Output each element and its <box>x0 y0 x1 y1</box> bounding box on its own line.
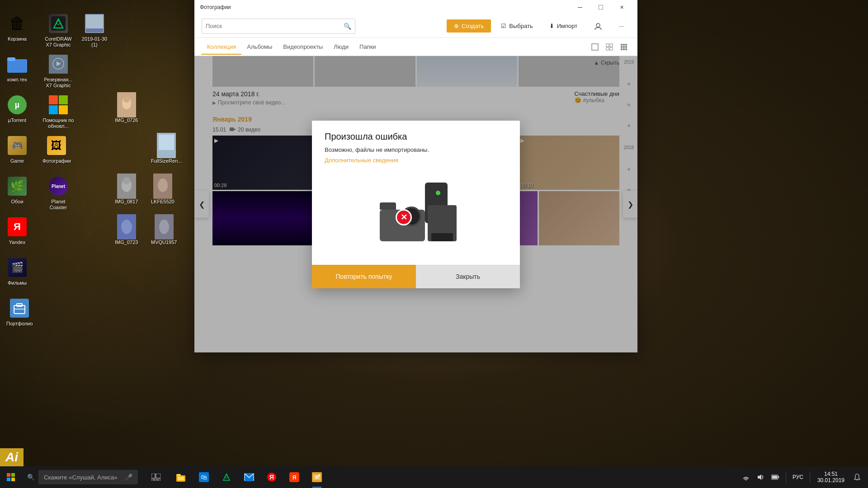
desktop-icon-portfolio[interactable]: Портфолио <box>5 294 35 330</box>
desktop-icon-rezerv[interactable]: Резервная... X7 Graphic <box>41 50 76 92</box>
view-grid-button[interactable] <box>603 41 616 53</box>
select-label: Выбрать <box>509 23 533 29</box>
portfolio-icon <box>9 297 30 319</box>
desktop-icon-planet[interactable]: Planet Planet Coaster <box>41 172 76 214</box>
svg-rect-60 <box>11 478 15 481</box>
svg-point-32 <box>121 220 132 234</box>
desktop-icon-img0726[interactable]: IMG_0726 <box>113 90 140 127</box>
svg-rect-46 <box>621 44 623 46</box>
desktop-icon-mvqu[interactable]: MVQU1957 <box>149 212 179 249</box>
desktop-icon-recycle[interactable]: 🗑 Корзина <box>5 9 30 46</box>
desktop-icon-yandex[interactable]: Я Yandex <box>5 212 30 249</box>
tray-separator <box>786 472 786 483</box>
volume-icon[interactable] <box>754 466 767 488</box>
taskbar-yandex-browser[interactable]: Я <box>261 466 283 488</box>
desktop-icon-photos-app[interactable]: 🖼 Фотографии <box>41 131 73 168</box>
view-large-grid-button[interactable] <box>618 41 630 53</box>
desktop-icon-img0817[interactable]: IMG_0817 <box>113 172 140 208</box>
close-dialog-button[interactable]: Закрыть <box>416 265 520 288</box>
language-indicator[interactable]: РУС <box>790 466 806 488</box>
taskbar-coreldraw[interactable] <box>216 466 237 488</box>
svg-point-34 <box>159 220 169 234</box>
desktop-icon-label: LKFE5520 <box>151 199 175 205</box>
search-icon: 🔍 <box>344 23 351 30</box>
svg-rect-16 <box>7 59 27 73</box>
taskbar-search-box[interactable]: Скажите «Слушай, Алиса» 🎤 <box>38 470 138 484</box>
error-x-badge: ✕ <box>396 209 412 225</box>
select-button[interactable]: ☑ Выбрать <box>495 20 539 32</box>
minimize-button[interactable] <box>570 0 590 14</box>
taskbar-mail[interactable] <box>238 466 260 488</box>
svg-rect-25 <box>159 135 174 150</box>
game-icon: 🎮 <box>6 135 28 156</box>
import-button[interactable]: ⬇ Импорт <box>543 20 584 32</box>
desktop-icon-label: Planet Coaster <box>42 199 74 211</box>
svg-rect-67 <box>176 474 181 476</box>
view-single-button[interactable] <box>589 41 601 53</box>
taskbar-yandex2[interactable]: Я <box>283 466 305 488</box>
retry-button[interactable]: Повторить попытку <box>312 265 416 288</box>
network-icon[interactable] <box>740 466 752 488</box>
camera-illustration: ✕ <box>371 178 461 250</box>
taskbar-search-area[interactable]: 🔍 Скажите «Слушай, Алиса» 🎤 <box>22 470 143 484</box>
create-label: Создать <box>462 23 484 29</box>
clock-time: 14:51 <box>824 471 838 477</box>
svg-point-84 <box>745 479 746 481</box>
desktop-icon-label: комп.тех <box>7 77 27 83</box>
desktop-icon-films[interactable]: 🎬 Фильмы <box>5 253 30 290</box>
desktop-icon-label: µTorrent <box>8 117 27 123</box>
battery-icon[interactable] <box>769 466 782 488</box>
desktop-icon-coreldraw[interactable]: CorelDRAW X7 Graphic <box>41 9 76 52</box>
taskbar: 🔍 Скажите «Слушай, Алиса» 🎤 <box>0 466 868 488</box>
desktop-icon-label: FullSizeRen... <box>151 158 182 164</box>
desktop-icon-img0723[interactable]: IMG_0723 <box>113 212 140 249</box>
nav-collection[interactable]: Коллекция <box>202 40 241 55</box>
start-button[interactable] <box>0 466 22 488</box>
img0817-icon <box>116 175 137 197</box>
taskbar-store[interactable]: 🛍 <box>193 466 215 488</box>
maximize-button[interactable] <box>590 0 611 14</box>
desktop-icon-2019[interactable]: 2019-01-30 (1) <box>77 9 112 52</box>
nav-people[interactable]: Люди <box>328 40 354 55</box>
photos-toolbar-actions: ⊕ Создать ☑ Выбрать ⬇ Импорт ·· <box>447 19 630 33</box>
svg-point-28 <box>123 177 130 184</box>
recycle-bin-icon: 🗑 <box>6 13 28 34</box>
nav-video-projects[interactable]: Видеопроекты <box>278 40 328 55</box>
error-details-link[interactable]: Дополнительные сведения <box>325 157 507 164</box>
taskbar-clock[interactable]: 14:51 30.01.2019 <box>814 471 848 483</box>
desktop-icon-game[interactable]: 🎮 Game <box>5 131 30 168</box>
photos-search-box[interactable]: 🔍 <box>202 19 355 34</box>
svg-point-40 <box>596 23 600 27</box>
more-options-button[interactable]: ··· <box>613 20 630 32</box>
error-buttons: Повторить попытку Закрыть <box>312 265 520 288</box>
taskbar-explorer[interactable] <box>170 466 192 488</box>
taskbar-right: РУС 14:51 30.01.2019 <box>740 466 868 488</box>
import-icon: ⬇ <box>549 23 554 29</box>
photos-window-title: Фотографии <box>200 4 570 10</box>
photos-window-controls: ✕ <box>570 0 632 14</box>
clock-date: 30.01.2019 <box>817 477 844 483</box>
svg-rect-42 <box>606 44 609 47</box>
desktop-icon-lkfe[interactable]: LKFE5520 <box>149 172 176 208</box>
taskbar-photos[interactable] <box>306 466 328 488</box>
svg-text:Я: Я <box>292 474 297 481</box>
planet-coaster-icon: Planet <box>47 175 69 197</box>
tray-separator2 <box>810 472 810 483</box>
desktop-icon-komptech[interactable]: комп.тех <box>5 50 30 86</box>
task-view-button[interactable] <box>145 466 167 488</box>
notification-button[interactable] <box>850 466 864 488</box>
create-button[interactable]: ⊕ Создать <box>447 19 491 33</box>
desktop-icon-fullsize[interactable]: FullSizeRen... <box>149 131 184 168</box>
fullsize-icon <box>156 135 177 156</box>
yandex-icon: Я <box>6 216 28 238</box>
desktop-icon-helper[interactable]: Помощник по обновл... <box>41 90 76 133</box>
desktop-icon-utorrent[interactable]: µ µTorrent <box>5 90 30 127</box>
desktop-icon-oboi[interactable]: 🌿 Обои <box>5 172 30 208</box>
close-button[interactable]: ✕ <box>611 0 632 14</box>
mvqu-icon <box>153 216 175 238</box>
photos-navigation: Коллекция Альбомы Видеопроекты Люди Папк… <box>194 38 637 56</box>
search-input[interactable] <box>206 23 340 29</box>
nav-albums[interactable]: Альбомы <box>241 40 278 55</box>
nav-folders[interactable]: Папки <box>354 40 382 55</box>
account-button[interactable] <box>587 19 609 33</box>
